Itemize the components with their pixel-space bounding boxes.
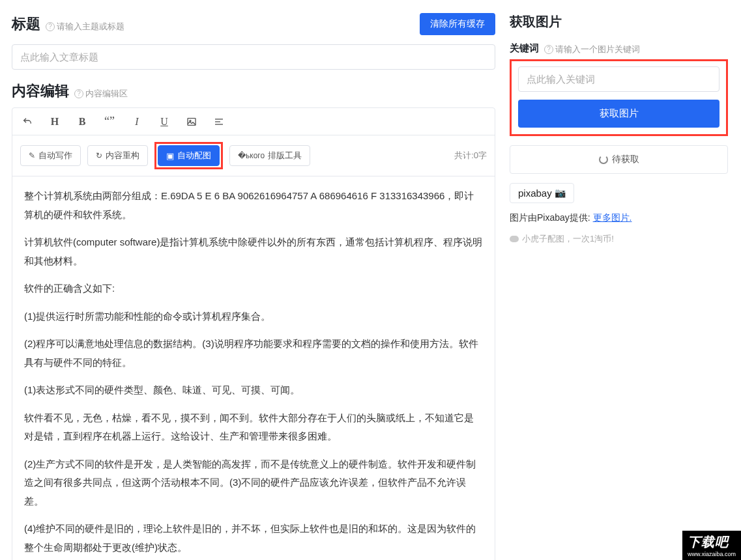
auto-write-button[interactable]: ✎ 自动写作: [20, 145, 81, 166]
paragraph: 整个计算机系统由两部分组成：E.69DA 5 E 6 BA 9062616964…: [24, 187, 483, 224]
keyword-label-row: 关键词 ? 请输入一个图片关键词: [510, 42, 728, 55]
title-hint: ? 请输入主题或标题: [46, 21, 124, 33]
sidebar-title: 获取图片: [510, 13, 728, 31]
image-credit: 图片由Pixabay提供: 更多图片.: [510, 212, 728, 224]
paragraph: (2)生产方式不同的软件是开发，是人类智能的高发挥，而不是传统意义上的硬件制造。…: [24, 455, 483, 511]
clear-cache-button[interactable]: 清除所有缓存: [420, 13, 495, 35]
italic-icon[interactable]: I: [131, 116, 143, 128]
footer-note: 小虎子配图，一次1淘币!: [510, 233, 728, 245]
paragraph: 计算机软件(computer software)是指计算机系统中除硬件以外的所有…: [24, 233, 483, 270]
spinner-icon: [599, 155, 608, 164]
article-title-input[interactable]: [12, 44, 495, 70]
pencil-icon: ✎: [29, 151, 35, 160]
editor-card: H B “” I U ✎ 自动写作 ↻ 内容重构: [12, 107, 495, 560]
quote-icon[interactable]: “”: [104, 115, 115, 128]
cloud-icon: [510, 236, 519, 242]
align-icon[interactable]: [213, 117, 225, 127]
watermark: 下载吧 www.xiazaiba.com: [682, 531, 741, 560]
paragraph: 软件看不见，无色，枯燥，看不见，摸不到，闻不到。软件大部分存在于人们的头脑或纸上…: [24, 409, 483, 446]
camera-icon: 📷: [555, 188, 566, 198]
layout-tool-button[interactable]: �ького 排版工具: [229, 145, 310, 166]
restructure-button[interactable]: ↻ 内容重构: [87, 145, 148, 166]
editor-label: 内容编辑: [12, 81, 69, 101]
refresh-icon: ↻: [96, 151, 102, 160]
more-images-link[interactable]: 更多图片.: [593, 212, 632, 223]
keyword-hint: ? 请输入一个图片关键词: [544, 44, 640, 55]
keyword-input[interactable]: [518, 66, 719, 92]
editor-hint: ? 内容编辑区: [74, 88, 128, 100]
layout-icon: �ького: [238, 151, 265, 160]
fetch-image-button[interactable]: 获取图片: [518, 100, 719, 128]
paragraph: (4)维护不同的硬件是旧的，理论上软件是旧的，并不坏，但实际上软件也是旧的和坏的…: [24, 520, 483, 557]
editor-header: 内容编辑 ? 内容编辑区: [12, 81, 495, 101]
highlight-marker-sidebar: 获取图片: [510, 59, 728, 136]
paragraph: (2)程序可以满意地处理信息的数据结构。(3)说明程序功能要求和程序需要的文档的…: [24, 335, 483, 372]
paragraph: 软件的正确含义如下:: [24, 279, 483, 298]
char-count: 共计:0字: [454, 150, 487, 161]
fetch-status: 待获取: [510, 145, 728, 174]
undo-icon[interactable]: [22, 117, 33, 127]
bold-icon[interactable]: B: [76, 116, 88, 128]
picture-icon: ▣: [166, 151, 174, 161]
info-icon: ?: [544, 45, 553, 54]
paragraph: (1)提供运行时所需功能和性能的命令或计算机程序集合。: [24, 307, 483, 326]
format-toolbar: H B “” I U: [12, 108, 495, 135]
action-toolbar: ✎ 自动写作 ↻ 内容重构 ▣ 自动配图 �ького 排版工具: [12, 135, 495, 176]
keyword-label: 关键词: [510, 42, 539, 55]
info-icon: ?: [46, 22, 55, 31]
info-icon: ?: [74, 89, 83, 98]
paragraph: (1)表达形式不同的硬件类型、颜色、味道、可见、可摸、可闻。: [24, 381, 483, 400]
title-label: 标题: [12, 14, 40, 34]
pixabay-badge: pixabay 📷: [510, 183, 574, 203]
highlight-marker: ▣ 自动配图: [154, 142, 223, 169]
heading-icon[interactable]: H: [49, 116, 61, 128]
underline-icon[interactable]: U: [158, 116, 170, 128]
image-icon[interactable]: [186, 117, 197, 127]
title-header: 标题 ? 请输入主题或标题 清除所有缓存: [12, 13, 495, 35]
editor-content[interactable]: 整个计算机系统由两部分组成：E.69DA 5 E 6 BA 9062616964…: [12, 176, 495, 560]
auto-image-button[interactable]: ▣ 自动配图: [158, 145, 220, 166]
